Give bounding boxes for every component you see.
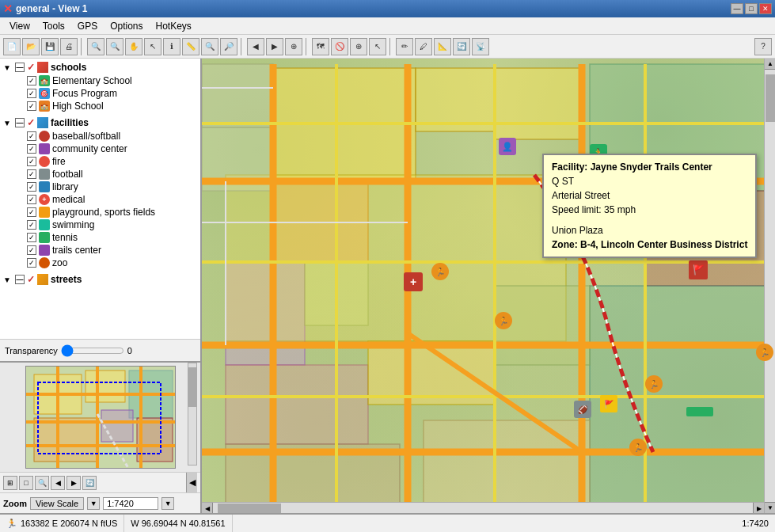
fire-checkbox[interactable]: ✓ (27, 157, 36, 166)
tree-item-baseball[interactable]: ✓ baseball/softball (14, 130, 199, 142)
scroll-right-btn[interactable]: ▶ (753, 503, 764, 513)
tool-measure[interactable]: 📏 (182, 38, 199, 55)
tree-item-zoo[interactable]: ✓ zoo (14, 256, 199, 269)
tree-item-elementary[interactable]: ✓ 🏫 Elementary School (14, 74, 199, 87)
zoo-checkbox[interactable]: ✓ (27, 258, 36, 268)
tennis-checkbox[interactable]: ✓ (27, 233, 36, 242)
tool-extent-fwd[interactable]: ▶ (266, 38, 283, 55)
minimap[interactable] (0, 361, 200, 472)
tool-save[interactable]: 💾 (41, 38, 59, 55)
tree-item-playground[interactable]: ✓ playground, sports fields (14, 206, 199, 218)
scroll-up-btn[interactable]: ▲ (765, 59, 775, 70)
schools-collapse[interactable]: ▼ (3, 63, 13, 72)
tree-group-streets[interactable]: ▼ — ✓ streets (2, 272, 199, 287)
scroll-down-btn[interactable]: ▼ (765, 502, 775, 513)
tool-search[interactable]: 🔍 (201, 38, 218, 55)
bottom-btn-search[interactable]: 🔍 (35, 476, 49, 490)
zoom-value-arrow[interactable]: ▼ (161, 497, 174, 510)
map-marker-runner2[interactable]: 🏃 (495, 312, 512, 329)
highschool-checkbox[interactable]: ✓ (27, 101, 36, 111)
bottom-btn-window[interactable]: □ (19, 476, 33, 490)
bottom-btn-fwd[interactable]: ▶ (66, 476, 81, 490)
menu-options[interactable]: Options (104, 19, 149, 33)
schools-label[interactable]: schools (51, 62, 86, 73)
tool-new[interactable]: 📄 (3, 38, 21, 55)
tool-full-extent[interactable]: ⊕ (285, 38, 302, 55)
tool-stop[interactable]: 🚫 (331, 38, 348, 55)
focus-checkbox[interactable]: ✓ (27, 89, 36, 98)
bottom-btn-grid[interactable]: ⊞ (3, 476, 17, 490)
playground-checkbox[interactable]: ✓ (27, 207, 36, 217)
tree-item-swimming[interactable]: ✓ swimming (14, 218, 199, 231)
menu-view[interactable]: View (3, 19, 36, 33)
facilities-collapse[interactable]: ▼ (3, 119, 13, 127)
schools-checkbox[interactable]: — (15, 63, 25, 72)
trails-checkbox[interactable]: ✓ (27, 245, 36, 255)
medical-checkbox[interactable]: ✓ (27, 195, 36, 204)
tree-item-football[interactable]: ✓ football (14, 168, 199, 180)
streets-collapse[interactable]: ▼ (3, 276, 13, 284)
tool-extent-back[interactable]: ◀ (247, 38, 264, 55)
menu-hotkeys[interactable]: HotKeys (150, 19, 198, 33)
football-checkbox[interactable]: ✓ (27, 169, 36, 179)
tool-edit3[interactable]: 📐 (434, 38, 451, 55)
map-marker-green-bar[interactable] (686, 407, 713, 416)
scroll-left-btn[interactable]: ◀ (202, 503, 213, 513)
streets-label[interactable]: streets (51, 274, 82, 285)
tool-zoom-in[interactable]: 🔍 (87, 38, 104, 55)
map-popup[interactable]: Facility: Jayne Snyder Trails Center Q S… (542, 154, 757, 258)
tool-help[interactable]: ? (754, 38, 772, 55)
panel-collapse-btn[interactable]: ◀ (186, 473, 197, 492)
tree-item-medical[interactable]: ✓ + medical (14, 193, 199, 206)
tool-refresh[interactable]: 🔄 (453, 38, 470, 55)
tree-item-library[interactable]: ✓ library (14, 180, 199, 193)
map-area[interactable]: 👤 🏃 🏃 🏃 🏃 🏃 🏃 🚩 🚩 🏈 + Facility: Jayne Sn… (202, 59, 775, 513)
swimming-checkbox[interactable]: ✓ (27, 220, 36, 230)
tree-item-tennis[interactable]: ✓ tennis (14, 231, 199, 244)
close-button[interactable]: ✕ (759, 3, 772, 14)
tool-open[interactable]: 📂 (22, 38, 40, 55)
map-scrollbar-v[interactable]: ▲ ▼ (764, 59, 775, 513)
tool-print[interactable]: 🖨 (60, 38, 78, 55)
map-marker-runner5[interactable]: 🏃 (629, 439, 647, 456)
tree-item-community[interactable]: ✓ community center (14, 142, 199, 155)
tree-item-focus[interactable]: ✓ 🎯 Focus Program (14, 87, 199, 100)
tool-select[interactable]: ↖ (144, 38, 161, 55)
streets-checkbox[interactable]: — (15, 275, 25, 284)
community-checkbox[interactable]: ✓ (27, 144, 36, 154)
map-marker-yellow-flag[interactable]: 🚩 (600, 395, 617, 412)
tree-group-schools[interactable]: ▼ — ✓ schools (2, 60, 199, 74)
menu-tools[interactable]: Tools (36, 19, 71, 33)
baseball-checkbox[interactable]: ✓ (27, 131, 36, 141)
tool-zoom-out[interactable]: 🔍 (106, 38, 123, 55)
minimize-button[interactable]: — (731, 3, 743, 14)
tool-pan[interactable]: ✋ (125, 38, 142, 55)
transparency-slider[interactable] (61, 344, 124, 357)
tree-item-trails[interactable]: ✓ trails center (14, 244, 199, 256)
library-checkbox[interactable]: ✓ (27, 182, 36, 192)
tool-find[interactable]: 🔎 (220, 38, 237, 55)
facilities-checkbox[interactable]: — (15, 118, 25, 127)
tool-route[interactable]: 🗺 (312, 38, 329, 55)
minimap-canvas[interactable] (25, 366, 176, 469)
tree-item-fire[interactable]: ✓ fire (14, 155, 199, 168)
map-marker-purple[interactable]: 👤 (499, 138, 516, 155)
tree-group-facilities[interactable]: ▼ — ✓ facilities (2, 116, 199, 130)
map-marker-runner1[interactable]: 🏃 (431, 263, 449, 280)
tool-identify[interactable]: ℹ (163, 38, 180, 55)
tool-gps[interactable]: 📡 (472, 38, 489, 55)
tool-edit1[interactable]: ✏ (396, 38, 413, 55)
map-marker-runner3[interactable]: 🏃 (645, 375, 663, 393)
menu-gps[interactable]: GPS (71, 19, 104, 33)
map-marker-football[interactable]: 🏈 (574, 401, 591, 418)
tool-pointer[interactable]: ↖ (369, 38, 386, 55)
maximize-button[interactable]: □ (745, 3, 758, 14)
bottom-btn-back[interactable]: ◀ (51, 476, 65, 490)
tree-item-highschool[interactable]: ✓ 🏫 High School (14, 100, 199, 112)
view-scale-button[interactable]: View Scale (30, 497, 84, 510)
zoom-value-input[interactable] (103, 497, 158, 510)
minimap-scrollbar[interactable] (188, 363, 197, 466)
map-marker-red-flag[interactable]: 🚩 (689, 260, 708, 279)
facilities-label[interactable]: facilities (51, 117, 89, 128)
bottom-btn-refresh[interactable]: 🔄 (82, 476, 97, 490)
